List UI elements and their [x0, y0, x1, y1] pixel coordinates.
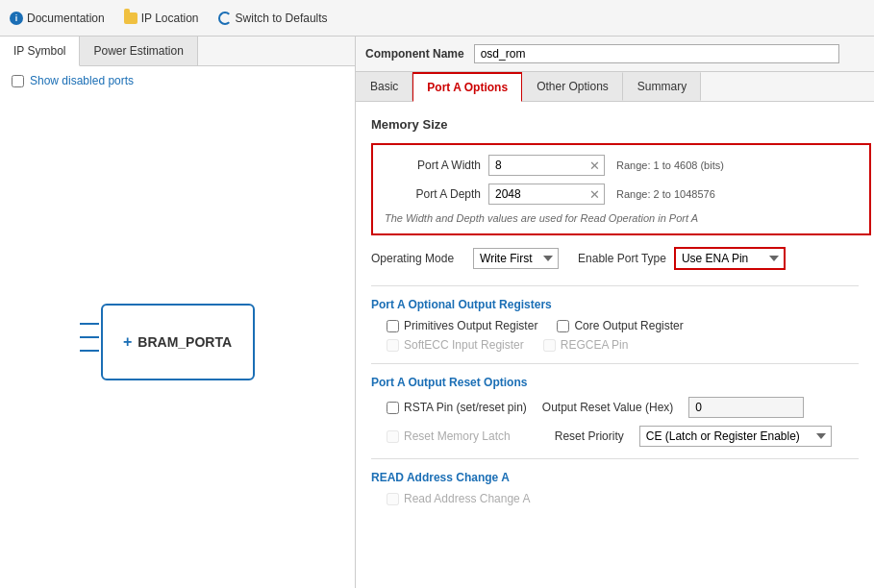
port-a-depth-label: Port A Depth	[385, 187, 481, 201]
regcea-pin-checkbox[interactable]	[543, 339, 556, 352]
primitives-checkbox-item: Primitives Output Register	[387, 319, 537, 332]
rsta-pin-label: RSTA Pin (set/reset pin)	[404, 401, 527, 414]
tab-summary[interactable]: Summary	[623, 72, 701, 101]
right-content: Memory Size Port A Width ✕ Range: 1 to 4…	[356, 102, 874, 588]
optional-registers-title: Port A Optional Output Registers	[371, 298, 859, 311]
plus-icon: +	[123, 333, 132, 351]
left-panel: IP Symbol Power Estimation Show disabled…	[0, 37, 356, 588]
reset-priority-label: Reset Priority	[555, 429, 624, 443]
ip-location-button[interactable]: IP Location	[124, 12, 199, 25]
port-a-depth-input-wrap: ✕	[488, 184, 605, 205]
component-name-bar: Component Name	[356, 37, 874, 72]
main-layout: IP Symbol Power Estimation Show disabled…	[0, 37, 874, 588]
rsta-checkbox-item: RSTA Pin (set/reset pin)	[387, 401, 527, 414]
memory-size-box: Port A Width ✕ Range: 1 to 4608 (bits) P…	[371, 143, 871, 235]
folder-icon	[124, 12, 137, 24]
tab-basic[interactable]: Basic	[356, 72, 412, 101]
show-disabled-row: Show disabled ports	[0, 66, 355, 95]
bram-name: BRAM_PORTA	[137, 334, 232, 350]
tab-ip-symbol[interactable]: IP Symbol	[0, 37, 80, 66]
port-a-width-input-wrap: ✕	[488, 155, 605, 176]
port-a-width-input[interactable]	[489, 156, 586, 175]
refresh-icon	[218, 12, 232, 25]
softECC-input-register-label: SoftECC Input Register	[404, 338, 524, 352]
bram-label: + BRAM_PORTA	[123, 333, 232, 351]
read-address-row: Read Address Change A	[371, 492, 859, 505]
regcea-checkbox-item: REGCEA Pin	[543, 338, 629, 352]
port-line-2	[80, 336, 99, 338]
enable-port-label: Enable Port Type	[578, 252, 666, 265]
reset-priority-select[interactable]: CE (Latch or Register Enable) SR (Set/Re…	[639, 426, 832, 447]
show-disabled-label: Show disabled ports	[30, 74, 134, 87]
tab-other-options[interactable]: Other Options	[522, 72, 623, 101]
reset-row-1: RSTA Pin (set/reset pin) Output Reset Va…	[371, 397, 859, 418]
documentation-button[interactable]: i Documentation	[10, 12, 105, 25]
right-panel: Component Name Basic Port A Options Othe…	[356, 37, 874, 588]
port-a-width-label: Port A Width	[385, 159, 481, 172]
regcea-pin-label: REGCEA Pin	[561, 338, 629, 352]
core-output-register-checkbox[interactable]	[557, 320, 569, 332]
core-output-register-label: Core Output Register	[574, 319, 683, 332]
divider-3	[371, 458, 859, 459]
divider-2	[371, 363, 859, 364]
primitives-output-register-checkbox[interactable]	[387, 320, 399, 332]
tab-power-estimation[interactable]: Power Estimation	[80, 37, 197, 65]
port-a-width-row: Port A Width ✕ Range: 1 to 4608 (bits)	[385, 155, 858, 176]
core-checkbox-item: Core Output Register	[557, 319, 683, 332]
optional-reg-row-1: Primitives Output Register Core Output R…	[371, 319, 859, 332]
bram-symbol: + BRAM_PORTA	[101, 304, 255, 380]
operating-mode-select[interactable]: Write First Read First No Change	[473, 248, 559, 269]
output-reset-value-label: Output Reset Value (Hex)	[542, 401, 674, 414]
reset-options-title: Port A Output Reset Options	[371, 376, 859, 389]
reset-memory-latch-item: Reset Memory Latch	[387, 429, 511, 443]
read-address-checkbox[interactable]	[387, 493, 399, 505]
memory-size-title: Memory Size	[371, 117, 859, 132]
rsta-pin-checkbox[interactable]	[387, 402, 399, 414]
divider-1	[371, 285, 859, 286]
component-name-input[interactable]	[474, 44, 839, 63]
port-a-depth-input[interactable]	[489, 184, 586, 204]
tab-port-a-options[interactable]: Port A Options	[412, 72, 522, 102]
symbol-area: + BRAM_PORTA	[0, 95, 355, 588]
info-icon: i	[10, 12, 23, 25]
primitives-output-register-label: Primitives Output Register	[404, 319, 537, 332]
output-reset-value-input[interactable]	[688, 397, 804, 418]
port-a-depth-row: Port A Depth ✕ Range: 2 to 1048576	[385, 184, 858, 205]
ip-location-label: IP Location	[141, 12, 199, 25]
softECC-input-register-checkbox[interactable]	[387, 339, 399, 352]
reset-row-2: Reset Memory Latch Reset Priority CE (La…	[371, 426, 859, 447]
port-a-depth-clear-button[interactable]: ✕	[586, 185, 604, 204]
operating-mode-label: Operating Mode	[371, 252, 454, 265]
memory-size-note: The Width and Depth values are used for …	[385, 212, 858, 224]
left-tab-bar: IP Symbol Power Estimation	[0, 37, 355, 66]
port-a-width-clear-button[interactable]: ✕	[586, 157, 604, 175]
port-line-3	[80, 350, 99, 352]
component-name-label: Component Name	[365, 47, 464, 61]
right-tab-bar: Basic Port A Options Other Options Summa…	[356, 72, 874, 102]
port-a-depth-range: Range: 2 to 1048576	[616, 188, 715, 200]
show-disabled-checkbox[interactable]	[12, 75, 24, 87]
operating-mode-row: Operating Mode Write First Read First No…	[371, 247, 859, 270]
enable-port-wrap: Enable Port Type Use ENA Pin Always Enab…	[578, 247, 786, 270]
documentation-label: Documentation	[27, 12, 105, 25]
optional-reg-row-2: SoftECC Input Register REGCEA Pin	[371, 338, 859, 352]
read-address-label: Read Address Change A	[404, 492, 530, 505]
softECC-checkbox-item: SoftECC Input Register	[387, 338, 524, 352]
reset-memory-latch-checkbox[interactable]	[387, 430, 399, 443]
enable-port-select[interactable]: Use ENA Pin Always Enabled Use ENB Pin	[674, 247, 786, 270]
read-address-title: READ Address Change A	[371, 471, 859, 484]
reset-memory-latch-label: Reset Memory Latch	[404, 429, 511, 443]
toolbar: i Documentation IP Location Switch to De…	[0, 0, 874, 37]
switch-defaults-button[interactable]: Switch to Defaults	[218, 12, 328, 25]
port-a-width-range: Range: 1 to 4608 (bits)	[616, 159, 724, 171]
port-line-1	[80, 323, 99, 325]
switch-defaults-label: Switch to Defaults	[236, 12, 328, 25]
